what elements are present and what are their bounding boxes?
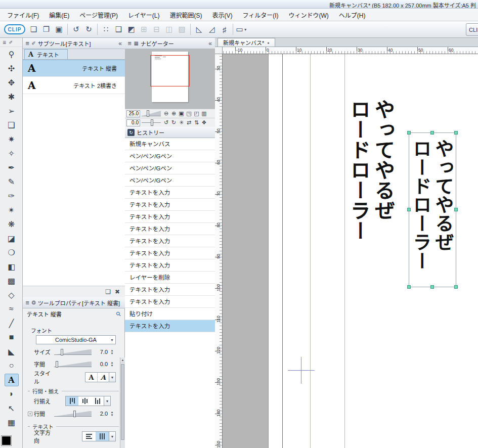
navigator-view-rectangle[interactable] [150, 55, 190, 86]
menu-item[interactable]: レイヤー(L) [123, 9, 164, 21]
object-tool[interactable]: ➢ [0, 104, 23, 118]
menu-item[interactable]: フィルター(I) [237, 9, 283, 21]
reselect-button[interactable]: ❑ [112, 23, 125, 36]
workspace-layout-button[interactable]: ▭▼ [235, 23, 248, 36]
decoration-tool[interactable]: ❋ [0, 217, 23, 231]
zoom-out-icon[interactable]: ⊖ [162, 110, 170, 118]
clip-studio-button[interactable]: CLIP [466, 23, 478, 36]
history-item[interactable]: テキストを入力 [125, 259, 215, 272]
zoom-in-icon[interactable]: ⊕ [170, 110, 178, 118]
canvas-viewport[interactable]: やってやるぜ ロードローラー やってやるぜ ロードローラー [223, 54, 478, 448]
marquee-tool[interactable]: ❑ [0, 118, 23, 132]
subtool-item[interactable]: Aテキスト 縦書 [23, 60, 125, 77]
panel-tab-icon[interactable]: ≣ [25, 300, 29, 305]
style-dropdown-icon[interactable]: ▼ [109, 373, 115, 382]
eraser-tool[interactable]: ◪ [0, 231, 23, 245]
selection-launcher-button[interactable]: ▨ [176, 23, 188, 36]
fill-tool[interactable]: ◧ [0, 259, 23, 274]
curve-tool[interactable]: ≈ [0, 302, 23, 316]
history-item[interactable]: ペン/ペン/Gペン [125, 162, 215, 174]
size-slider[interactable] [54, 349, 92, 355]
zoom-slider-handle[interactable] [147, 110, 149, 117]
main-color-swatch[interactable] [2, 436, 11, 445]
char-spacing-stepper[interactable]: ▲ ▼ [109, 361, 115, 367]
ellipse-tool[interactable]: ○ [0, 359, 23, 373]
line-space-slider-handle[interactable] [73, 411, 76, 417]
panel-tab-icon[interactable]: ≣ [127, 40, 132, 46]
save-button[interactable]: ▣ [53, 23, 65, 36]
brush-tool[interactable]: ✑ [0, 189, 23, 203]
reset-display-icon[interactable]: ❖ [200, 119, 208, 127]
selection-handle[interactable] [407, 285, 411, 289]
scrollbar-thumb[interactable] [121, 364, 124, 440]
fit-to-screen-icon[interactable]: ▣ [178, 110, 185, 118]
size-slider-handle[interactable] [61, 349, 63, 355]
stepper-down-icon[interactable]: ▼ [109, 364, 115, 367]
flip-vertical-icon[interactable]: ⇅ [193, 119, 200, 127]
menu-item[interactable]: ページ管理(P) [74, 9, 123, 21]
rotate-left-icon[interactable]: ↺ [162, 119, 170, 127]
history-item[interactable]: テキストを入力 [125, 223, 215, 235]
char-spacing-slider[interactable] [54, 362, 92, 367]
history-item[interactable]: ペン/ペン/Gペン [125, 174, 215, 187]
selection-handle[interactable] [407, 208, 411, 211]
history-item[interactable]: テキストを入力 [125, 187, 215, 199]
reset-rotation-icon[interactable]: ✳ [178, 119, 185, 127]
rotation-input[interactable] [126, 119, 140, 126]
frame-border-tool[interactable]: ▦ [0, 415, 23, 429]
rotation-slider[interactable] [142, 120, 161, 125]
auto-select-tool[interactable]: ✷ [0, 132, 23, 146]
line-space-value[interactable]: 2.0 [94, 411, 108, 417]
snap-to-special-ruler-button[interactable]: ◿ [205, 23, 218, 36]
gradient-tool[interactable]: ▩ [0, 274, 23, 288]
size-stepper[interactable]: ▲ ▼ [109, 349, 115, 355]
snap-to-grid-button[interactable]: ♯ [218, 23, 231, 36]
blend-tool[interactable]: ❍ [0, 245, 23, 259]
delete-subtool-icon[interactable]: ✖ [115, 288, 120, 295]
menu-item[interactable]: 編集(E) [44, 9, 74, 21]
panel-tab-icon[interactable]: ≣ [3, 40, 7, 45]
open-file-button[interactable]: ❒ [40, 23, 53, 36]
direction-dropdown-icon[interactable]: ▼ [109, 432, 115, 441]
history-item[interactable]: 貼り付け [125, 308, 215, 320]
zoom-tool[interactable]: ⚲ [0, 47, 23, 61]
vertical-text-button[interactable] [96, 432, 109, 441]
zoom-input[interactable] [126, 110, 140, 117]
history-item[interactable]: テキストを入力 [125, 211, 215, 223]
figure-tool[interactable]: ◇ [0, 288, 23, 302]
move-tool[interactable]: ✣ [0, 61, 23, 75]
align-dropdown-icon[interactable]: ▼ [104, 396, 110, 406]
fit-to-width-icon[interactable]: ◳ [185, 110, 193, 118]
duplicate-subtool-icon[interactable]: ❏ [105, 288, 111, 295]
snap-to-ruler-button[interactable]: ◺ [193, 23, 205, 36]
font-select[interactable]: ComicStudio-GA ▼ [36, 335, 116, 344]
navigator-preview[interactable] [125, 49, 215, 109]
history-item[interactable]: テキストを入力 [125, 247, 215, 259]
clear-outside-button[interactable]: ◫ [163, 23, 176, 36]
line-tool[interactable]: ╱ [0, 316, 23, 330]
correct-line-tool[interactable]: ↖ [0, 401, 23, 415]
history-item[interactable]: テキストを入力 [125, 235, 215, 247]
selected-text-object[interactable]: やってやるぜ ロードローラー [409, 132, 456, 287]
line-space-slider[interactable] [54, 411, 92, 417]
hand-tool[interactable]: ✱ [0, 89, 23, 104]
history-item[interactable]: テキストを入力 [125, 320, 215, 332]
tool-property-scrollbar[interactable]: ▲ [120, 357, 125, 448]
zoom-slider[interactable] [142, 111, 161, 116]
selection-handle[interactable] [454, 131, 458, 135]
pencil-tool[interactable]: ✎ [0, 174, 23, 189]
history-item[interactable]: テキストを入力 [125, 284, 215, 296]
ruler-tool[interactable]: ◣ [0, 344, 23, 359]
selection-handle[interactable] [407, 131, 411, 135]
airbrush-tool[interactable]: ✴ [0, 203, 23, 217]
rotate-right-icon[interactable]: ↻ [170, 119, 178, 127]
align-center-button[interactable] [78, 396, 91, 406]
history-item[interactable]: レイヤーを削除 [125, 272, 215, 284]
stepper-down-icon[interactable]: ▼ [109, 352, 115, 355]
panel-tab-icon[interactable]: ≣ [25, 40, 29, 46]
expand-line-space-icon[interactable]: + [28, 412, 32, 416]
history-item[interactable]: テキストを入力 [125, 296, 215, 308]
rotation-slider-handle[interactable] [151, 119, 153, 126]
layer-move-tool[interactable]: ✥ [0, 75, 23, 89]
deselect-button[interactable]: ∷ [100, 23, 112, 36]
